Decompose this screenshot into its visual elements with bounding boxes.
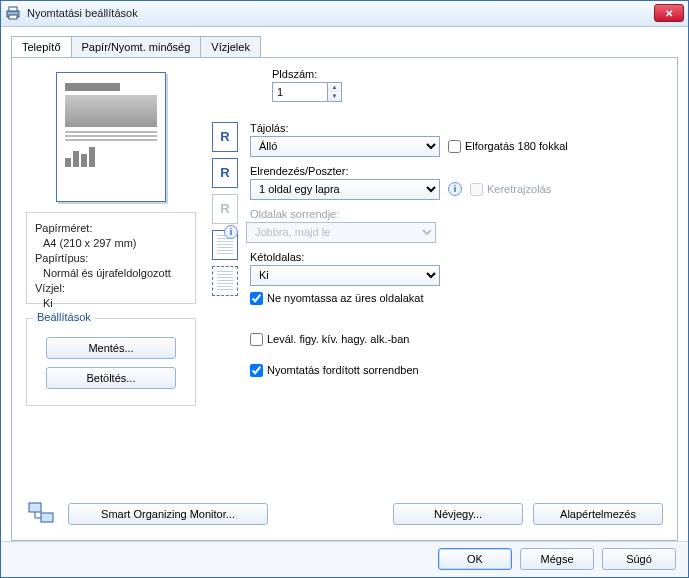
right-column: Pldszám: ▲▼ R R R: [212, 68, 663, 387]
tab-panel-installer: Papírméret: A4 (210 x 297 mm) Papírtípus…: [11, 57, 678, 541]
paper-size-label: Papírméret:: [35, 222, 92, 234]
skip-blank-label: Ne nyomtassa az üres oldalakat: [267, 292, 424, 304]
copies-label: Pldszám:: [272, 68, 663, 80]
save-settings-button[interactable]: Mentés...: [46, 337, 176, 359]
paper-size-value: A4 (210 x 297 mm): [35, 236, 187, 251]
load-settings-button[interactable]: Betöltés...: [46, 367, 176, 389]
frame-checkbox: [470, 183, 483, 196]
dialog-button-row: OK Mégse Súgó: [1, 541, 688, 577]
orientation-label: Tájolás:: [250, 122, 663, 134]
rotate180-label: Elforgatás 180 fokkal: [465, 140, 568, 152]
copies-input[interactable]: [272, 82, 328, 102]
svg-rect-3: [29, 503, 41, 512]
help-button[interactable]: Súgó: [602, 548, 676, 570]
duplex-label: Kétoldalas:: [250, 251, 663, 263]
svg-rect-1: [9, 7, 17, 11]
smart-organizing-monitor-button[interactable]: Smart Organizing Monitor...: [68, 503, 268, 525]
svg-rect-4: [41, 513, 53, 522]
about-button[interactable]: Névjegy...: [393, 503, 523, 525]
dialog-content: Telepítő Papír/Nyomt. minőség Vízjelek P…: [1, 27, 688, 541]
copies-spinner[interactable]: ▲▼: [328, 82, 342, 102]
preview-page-thumbnail: [56, 72, 166, 202]
titlebar: Nyomtatási beállítások ✕: [1, 1, 688, 27]
settings-group: Beállítások Mentés... Betöltés...: [26, 318, 196, 406]
spin-up-icon[interactable]: ▲: [328, 83, 341, 92]
skip-blank-checkbox[interactable]: [250, 292, 263, 305]
layout-info-icon[interactable]: i: [448, 182, 462, 196]
frame-label: Keretrajzolás: [487, 183, 551, 195]
defaults-button[interactable]: Alapértelmezés: [533, 503, 663, 525]
print-settings-dialog: Nyomtatási beállítások ✕ Telepítő Papír/…: [0, 0, 689, 578]
watermark-label: Vízjel:: [35, 282, 65, 294]
copies-field: Pldszám: ▲▼: [272, 68, 663, 102]
page-order-info-icon: i: [224, 225, 238, 239]
paper-type-label: Papírtípus:: [35, 252, 88, 264]
reverse-order-checkbox[interactable]: [250, 364, 263, 377]
orientation-icon[interactable]: R: [212, 122, 238, 152]
layout-select[interactable]: 1 oldal egy lapra: [250, 179, 440, 200]
layout-label: Elrendezés/Poszter:: [250, 165, 663, 177]
svg-rect-2: [9, 15, 17, 19]
page-preview: [41, 72, 181, 202]
reverse-order-label: Nyomtatás fordított sorrendben: [267, 364, 419, 376]
panel-bottom-bar: Smart Organizing Monitor... Névjegy... A…: [26, 498, 663, 530]
window-title: Nyomtatási beállítások: [27, 7, 654, 19]
left-column: Papírméret: A4 (210 x 297 mm) Papírtípus…: [26, 72, 196, 406]
ignore-app-checkbox[interactable]: [250, 333, 263, 346]
tab-paper-quality[interactable]: Papír/Nyomt. minőség: [71, 36, 202, 58]
ignore-app-label: Levál. figy. kív. hagy. alk.-ban: [267, 333, 409, 345]
tab-strip: Telepítő Papír/Nyomt. minőség Vízjelek: [11, 35, 678, 57]
watermark-value: Ki: [35, 296, 187, 311]
spin-down-icon[interactable]: ▼: [328, 92, 341, 101]
rotate180-checkbox[interactable]: [448, 140, 461, 153]
close-button[interactable]: ✕: [654, 4, 684, 22]
cancel-button[interactable]: Mégse: [520, 548, 594, 570]
tab-watermarks[interactable]: Vízjelek: [200, 36, 261, 58]
blank-page-icon[interactable]: [212, 266, 238, 296]
page-order-label: Oldalak sorrendje:: [250, 208, 663, 220]
orientation-select[interactable]: Álló: [250, 136, 440, 157]
monitor-icon: [26, 498, 58, 530]
page-order-icon: R: [212, 194, 238, 224]
printer-icon: [5, 5, 21, 21]
layout-icon-column: R R R: [212, 122, 238, 387]
paper-info-box: Papírméret: A4 (210 x 297 mm) Papírtípus…: [26, 212, 196, 304]
page-order-select: Jobbra, majd le: [246, 222, 436, 243]
ok-button[interactable]: OK: [438, 548, 512, 570]
tab-installer[interactable]: Telepítő: [11, 36, 72, 58]
paper-type-value: Normál és újrafeldolgozott: [35, 266, 187, 281]
settings-legend: Beállítások: [33, 311, 95, 323]
layout-icon[interactable]: R: [212, 158, 238, 188]
duplex-select[interactable]: Ki: [250, 265, 440, 286]
